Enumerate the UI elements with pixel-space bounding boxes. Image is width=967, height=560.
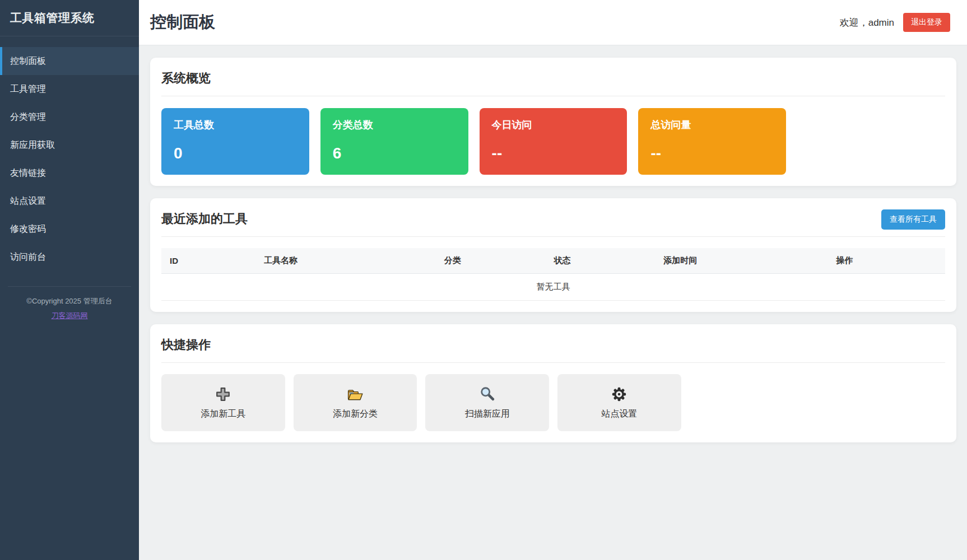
stat-label: 总访问量: [650, 118, 774, 132]
quick-actions-heading: 快捷操作: [161, 335, 945, 353]
divider: [161, 236, 945, 237]
stat-value: --: [650, 144, 774, 162]
add-tool-tile[interactable]: 添加新工具: [161, 374, 285, 431]
site-settings-tile[interactable]: 站点设置: [557, 374, 681, 431]
stat-label: 工具总数: [174, 118, 297, 132]
sidebar-item-site-settings[interactable]: 站点设置: [0, 187, 139, 215]
table-header-row: ID 工具名称 分类 状态 添加时间 操作: [161, 248, 945, 274]
sidebar-item-tools[interactable]: 工具管理: [0, 75, 139, 103]
logout-button[interactable]: 退出登录: [903, 13, 950, 32]
stat-card-total-categories: 分类总数 6: [320, 108, 468, 175]
header-right: 欢迎，admin 退出登录: [840, 13, 950, 32]
footer-link[interactable]: 刀客源码网: [52, 311, 88, 321]
sidebar: 工具箱管理系统 控制面板 工具管理 分类管理 新应用获取 友情链接 站点设置 修…: [0, 0, 139, 560]
add-category-tile[interactable]: 添加新分类: [294, 374, 417, 431]
stats-grid: 工具总数 0 分类总数 6 今日访问 -- 总访问量 --: [161, 108, 945, 175]
sidebar-nav: 控制面板 工具管理 分类管理 新应用获取 友情链接 站点设置 修改密码 访问前台: [0, 36, 139, 271]
stat-card-total-tools: 工具总数 0: [161, 108, 309, 175]
col-actions: 操作: [827, 248, 945, 274]
divider: [161, 96, 945, 96]
action-label: 站点设置: [601, 408, 637, 420]
stat-card-today-visits: 今日访问 --: [480, 108, 627, 175]
content: 系统概览 工具总数 0 分类总数 6 今日访问 -- 总访问量 --: [139, 45, 967, 442]
overview-card: 系统概览 工具总数 0 分类总数 6 今日访问 -- 总访问量 --: [150, 58, 956, 186]
action-label: 添加新分类: [333, 408, 378, 420]
stat-value: 6: [333, 144, 456, 162]
copyright-text: ©Copyright 2025 管理后台: [8, 296, 131, 306]
col-status: 状态: [546, 248, 655, 274]
plus-icon: [214, 385, 232, 403]
col-added: 添加时间: [655, 248, 827, 274]
main-area: 控制面板 欢迎，admin 退出登录 系统概览 工具总数 0 分类总数 6 今日…: [139, 0, 967, 560]
gear-icon: [610, 385, 628, 403]
sidebar-item-change-password[interactable]: 修改密码: [0, 215, 139, 243]
welcome-text: 欢迎，admin: [840, 16, 894, 29]
divider: [161, 362, 945, 363]
scan-apps-tile[interactable]: 扫描新应用: [425, 374, 549, 431]
search-icon: [478, 385, 496, 403]
overview-heading: 系统概览: [161, 69, 945, 87]
top-header: 控制面板 欢迎，admin 退出登录: [139, 0, 967, 45]
quick-actions-card: 快捷操作 添加新工具: [150, 324, 956, 442]
stat-label: 今日访问: [492, 118, 615, 132]
stat-card-total-visits: 总访问量 --: [638, 108, 786, 175]
folder-icon: [346, 385, 364, 403]
recent-tools-card: 最近添加的工具 查看所有工具 ID 工具名称 分类 状态 添加时间 操作: [150, 198, 956, 312]
stat-value: 0: [174, 144, 297, 162]
sidebar-item-visit-frontend[interactable]: 访问前台: [0, 243, 139, 271]
sidebar-item-dashboard[interactable]: 控制面板: [0, 47, 139, 75]
app-title: 工具箱管理系统: [0, 0, 139, 36]
sidebar-footer: ©Copyright 2025 管理后台 刀客源码网: [8, 286, 131, 321]
recent-tools-heading: 最近添加的工具: [161, 209, 248, 227]
sidebar-item-new-apps[interactable]: 新应用获取: [0, 131, 139, 159]
page-title: 控制面板: [150, 11, 215, 34]
actions-grid: 添加新工具 添加新分类: [161, 374, 945, 431]
sidebar-item-categories[interactable]: 分类管理: [0, 103, 139, 131]
action-label: 扫描新应用: [465, 408, 510, 420]
col-id: ID: [161, 248, 255, 274]
view-all-tools-button[interactable]: 查看所有工具: [881, 209, 945, 230]
empty-row: 暂无工具: [161, 274, 945, 301]
empty-message: 暂无工具: [161, 274, 945, 301]
stat-label: 分类总数: [333, 118, 456, 132]
tools-table: ID 工具名称 分类 状态 添加时间 操作 暂无工具: [161, 248, 945, 301]
col-name: 工具名称: [255, 248, 436, 274]
action-label: 添加新工具: [201, 408, 245, 420]
col-category: 分类: [436, 248, 546, 274]
recent-tools-header: 最近添加的工具 查看所有工具: [161, 209, 945, 230]
sidebar-item-links[interactable]: 友情链接: [0, 159, 139, 187]
stat-value: --: [492, 144, 615, 162]
